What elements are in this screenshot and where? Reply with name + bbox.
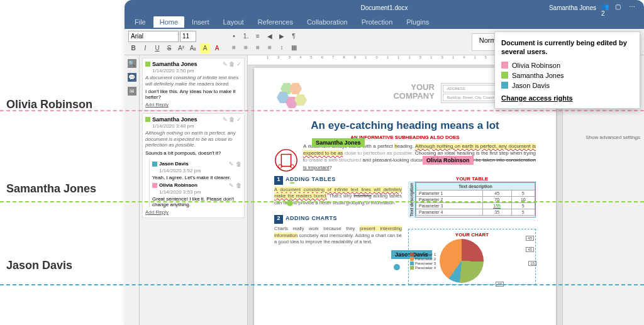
multilevel-button[interactable]: ≡ [253,31,263,41]
section-number: 1 [274,176,283,185]
change-access-link[interactable]: Change access rights [501,94,633,102]
chart-legend: Parameter 1 Parameter 2 Parameter 3 Para… [410,252,436,270]
show-advanced-link[interactable]: Show advanced settings [567,135,640,140]
numbering-button[interactable]: 1. [241,31,251,41]
reply-author: Jason Davis [159,161,189,167]
section-text: A document consisting of infinite text l… [274,187,402,207]
reply-body: Yeah, I agree. Let's make it clearer. [152,175,242,180]
add-reply-link[interactable]: Add Reply [145,209,242,215]
user-color-swatch [152,162,157,167]
user-color-swatch [145,62,150,67]
chart-callout: 15 [528,261,536,266]
chart-title: YOUR CHART [410,232,534,238]
indent-button[interactable]: ▶ [277,31,287,41]
doc-heading: An eye-catching heading means a lot [274,119,536,132]
tab-layout[interactable]: Layout [217,16,250,28]
titlebar: Document1.docx Samantha Jones 👥2 ▢ ⋯ [125,0,644,15]
user-color-swatch [501,72,508,79]
tab-references[interactable]: References [252,16,299,28]
comment-author: Samantha Jones [152,116,197,123]
font-color-button[interactable]: A [212,43,222,53]
popup-title: Document is currently being edited by se… [501,38,633,57]
chat-icon[interactable]: ✉ [128,87,136,96]
comment-date: 1/14/2020 3:50 pm [152,68,242,74]
popup-user: Samantha Jones [501,72,633,79]
company-name: YOURCOMPANY [393,83,434,101]
bullets-button[interactable]: • [229,31,239,41]
underline-button[interactable]: U [152,43,162,53]
subscript-button[interactable]: A₂ [188,43,198,53]
justify-button[interactable]: ≡ [265,43,275,53]
popup-user: Jason Davis [501,82,633,89]
chart-callout: 45 [526,247,534,252]
comment-actions[interactable]: ✎ 🗑 ✓ [223,61,242,67]
popup-user: Olivia Robinson [501,62,633,69]
cursor-marker-jason [394,264,400,270]
tab-collaboration[interactable]: Collaboration [301,16,354,28]
annotation-jason: Jason Davis [6,259,72,272]
font-size-input[interactable] [180,31,196,42]
data-table: Text description Parameter 1455 Paramete… [416,182,535,216]
section-number: 2 [274,215,283,224]
font-family-input[interactable] [128,31,179,42]
strike-button[interactable]: S [164,43,174,53]
bold-button[interactable]: B [128,43,138,53]
comment-item[interactable]: Samantha Jones✎ 🗑 ✓ 1/14/2020 3:50 pm A … [142,58,245,111]
cursor-tag-olivia: Olivia Robinson [423,156,474,165]
present-icon[interactable]: ▢ [615,3,624,12]
tab-file[interactable]: File [128,16,152,28]
comment-actions[interactable]: ✎ 🗑 ✓ [223,116,242,123]
align-left-button[interactable]: ≡ [229,43,239,53]
comment-quoted-text: A document consisting of infinite text l… [145,75,242,87]
comment-quoted-text: Although nothing on earth is perfect, an… [145,130,242,148]
section-text: Charts really work because they present … [274,226,402,246]
superscript-button[interactable]: A² [176,43,186,53]
add-reply-link[interactable]: Add Reply [145,102,242,107]
more-icon[interactable]: ⋯ [629,3,638,12]
reply-date: 1/14/2020 3:53 pm [159,189,242,195]
document-icon [274,148,298,172]
pie-chart [440,239,484,283]
tab-home[interactable]: Home [153,16,184,28]
annotation-samantha: Samantha Jones [6,182,96,196]
cursor-tag-samantha: Samantha Jones [312,138,365,147]
menu-bar: File Home Insert Layout References Colla… [125,15,644,29]
reply-actions[interactable]: ✎ 🗑 [229,182,242,189]
highlight-button[interactable]: A [200,43,210,53]
section-title: ADDING CHARTS [286,215,337,221]
svg-rect-1 [281,155,291,167]
invisible-button[interactable]: ¶ [289,31,299,41]
document-title: Document1.docx [360,4,408,11]
tab-insert[interactable]: Insert [186,16,216,28]
user-color-swatch [152,183,157,188]
search-icon[interactable]: 🔍 [128,59,136,68]
users-icon[interactable]: 👥2 [601,3,610,12]
comment-author: Samantha Jones [152,61,197,67]
chart-callout: 45 [526,236,534,241]
comments-icon[interactable]: 💬 [128,73,136,82]
tab-plugins[interactable]: Plugins [400,16,435,28]
table-caption: YOUR TABLE [408,176,536,182]
current-user: Samantha Jones [549,4,596,11]
table-header: Text description [416,182,535,190]
user-color-swatch [501,82,508,89]
outdent-button[interactable]: ◀ [265,31,275,41]
collaboration-popup: Document is currently being edited by se… [494,31,640,109]
align-right-button[interactable]: ≡ [253,43,263,53]
reply-author: Olivia Robinson [159,182,197,188]
italic-button[interactable]: I [140,43,150,53]
shading-button[interactable]: ▦ [289,43,299,53]
table-vertical-label: Text description [408,182,415,218]
app-window: Document1.docx Samantha Jones 👥2 ▢ ⋯ Fil… [125,0,644,325]
line-spacing-button[interactable]: ↕ [277,43,287,53]
align-center-button[interactable]: ≡ [241,43,251,53]
reply-date: 1/14/2020 3:52 pm [159,168,242,174]
annotation-olivia: Olivia Robinson [6,98,92,111]
section-title: ADDING TABLES [286,176,336,184]
svg-point-0 [275,150,297,171]
tab-protection[interactable]: Protection [355,16,399,28]
comment-date: 1/14/2020 3:48 pm [152,123,242,129]
comment-body: I don't like this. Any ideas how to make… [145,89,242,100]
reply-actions[interactable]: ✎ 🗑 [229,161,242,167]
user-color-swatch [501,62,508,69]
